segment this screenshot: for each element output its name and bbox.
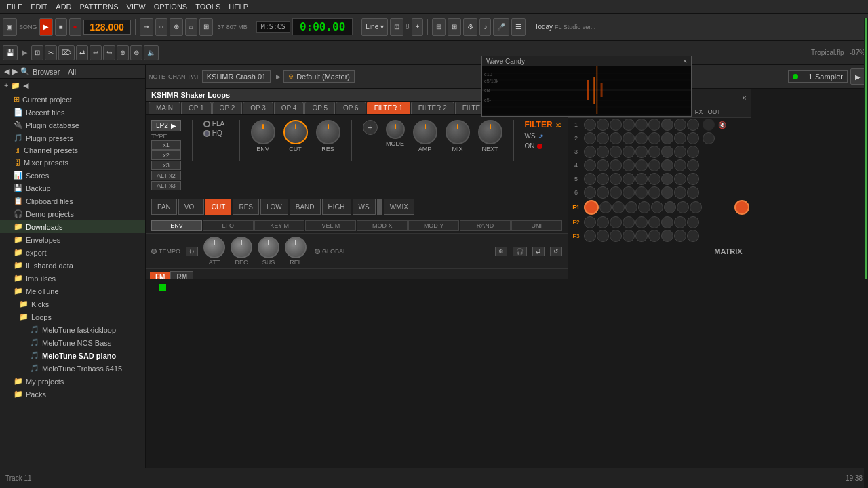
menu-file[interactable]: FILE: [3, 3, 26, 11]
cell-5-4[interactable]: [623, 173, 635, 185]
sampler-minus[interactable]: −: [801, 73, 805, 81]
mod-wmix[interactable]: WMIX: [384, 199, 414, 215]
sidebar-item-kicks[interactable]: 📁 Kicks: [11, 298, 145, 310]
menu-add[interactable]: ADD: [52, 3, 75, 11]
type-altx2[interactable]: ALT x2: [151, 171, 181, 180]
cell-2-fx[interactable]: [674, 132, 686, 144]
tb2-redo[interactable]: ↪: [103, 45, 115, 60]
cell-2-6[interactable]: [648, 132, 660, 144]
mod-vol[interactable]: VOL: [178, 199, 204, 215]
sidebar-item-current-project[interactable]: ⊞ Current project: [0, 93, 145, 106]
vol-knob-1[interactable]: [703, 119, 715, 131]
sus-knob[interactable]: [258, 237, 279, 258]
cell-6-fx[interactable]: [674, 186, 686, 199]
sidebar-item-envelopes[interactable]: 📁 Envelopes: [0, 233, 145, 246]
f1-cell-6[interactable]: [651, 201, 663, 214]
tab-op4[interactable]: OP 4: [274, 102, 304, 114]
f2-cell-out[interactable]: [687, 216, 699, 228]
tab-op1[interactable]: OP 1: [181, 102, 212, 114]
type-x2[interactable]: x2: [151, 150, 181, 160]
wave-candy-close[interactable]: ×: [683, 58, 687, 65]
env-knob[interactable]: [251, 120, 275, 144]
sidebar-item-recent-files[interactable]: 📄 Recent files: [0, 106, 145, 119]
sidebar-item-scores[interactable]: 📊 Scores: [0, 169, 145, 182]
cell-1-4[interactable]: [623, 119, 635, 131]
play-btn[interactable]: ▶: [39, 18, 53, 36]
mod-src-keym[interactable]: KEY M: [254, 220, 305, 231]
tb2-zoom-out[interactable]: ⊖: [130, 45, 142, 60]
add-mod-btn[interactable]: +: [363, 120, 378, 135]
tb2-copy[interactable]: ⇄: [76, 45, 88, 60]
stop-btn[interactable]: ■: [55, 18, 67, 36]
sidebar-folder-btn[interactable]: 📁: [11, 81, 20, 90]
f2-cell-fx[interactable]: [674, 216, 686, 228]
cell-3-fx[interactable]: [674, 146, 686, 158]
f3-cell-1[interactable]: [584, 230, 596, 242]
tempo-radio[interactable]: [151, 249, 157, 254]
f1-cell-5[interactable]: [638, 201, 650, 214]
menu-options[interactable]: OPTIONS: [150, 3, 192, 11]
tb-icon5[interactable]: ⊞: [199, 18, 213, 36]
tb-icon2[interactable]: ○: [155, 18, 167, 36]
menu-edit[interactable]: EDIT: [26, 3, 52, 11]
cell-6-1[interactable]: [584, 186, 596, 199]
cell-4-1[interactable]: [584, 159, 596, 171]
tab-filter2[interactable]: FILTER 2: [411, 102, 454, 114]
adsr-freeze-btn[interactable]: ❄: [495, 247, 507, 256]
menu-patterns[interactable]: PATTERNS: [76, 3, 123, 11]
tb-fx3[interactable]: ⚙: [463, 18, 477, 36]
tab-main[interactable]: MAIN: [149, 102, 180, 114]
type-altx3[interactable]: ALT x3: [151, 181, 181, 190]
nav-back[interactable]: ◀: [4, 67, 9, 76]
adsr-reset-btn[interactable]: ↺: [550, 247, 562, 256]
lp2-display[interactable]: LP2 ▶: [151, 120, 181, 131]
cell-6-2[interactable]: [597, 186, 609, 199]
tb2-cut[interactable]: ⌦: [58, 45, 75, 60]
f1-cell-fx[interactable]: [677, 201, 689, 214]
cell-5-1[interactable]: [584, 173, 596, 185]
cell-1-3[interactable]: [610, 119, 622, 131]
f3-cell-2[interactable]: [597, 230, 609, 242]
mod-pan[interactable]: PAN: [151, 199, 177, 215]
mod-src-velm[interactable]: VEL M: [305, 220, 356, 231]
cell-4-4[interactable]: [623, 159, 635, 171]
cell-1-2[interactable]: [597, 119, 609, 131]
res-knob[interactable]: [316, 120, 340, 144]
cell-1-5[interactable]: [635, 119, 648, 131]
cell-1-pan[interactable]: [661, 119, 673, 131]
mode-knob[interactable]: [386, 120, 405, 139]
rm-button[interactable]: RM: [170, 271, 193, 279]
sidebar-item-fastkick[interactable]: 🎵 MeloTune fastkickloop: [11, 323, 145, 336]
search-icon[interactable]: 🔍: [20, 67, 30, 76]
mod-src-env[interactable]: ENV: [151, 220, 202, 231]
f2-cell-5[interactable]: [635, 216, 648, 228]
f3-cell-5[interactable]: [635, 230, 648, 242]
cell-5-6[interactable]: [648, 173, 660, 185]
cell-5-fx[interactable]: [674, 173, 686, 185]
sidebar-item-impulses[interactable]: 📁 Impulses: [0, 272, 145, 285]
mod-low[interactable]: LOW: [260, 199, 288, 215]
tb-fx2[interactable]: ⊞: [448, 18, 461, 36]
menu-view[interactable]: VIEW: [123, 3, 150, 11]
tb2-undo[interactable]: ↩: [90, 45, 102, 60]
cell-5-3[interactable]: [610, 173, 622, 185]
tb2-magnet[interactable]: ✂: [45, 45, 57, 60]
tab-op3[interactable]: OP 3: [243, 102, 273, 114]
minimize-btn[interactable]: −: [735, 94, 739, 102]
cell-2-pan[interactable]: [661, 132, 673, 144]
tb-mixer-btn[interactable]: ☰: [511, 18, 526, 36]
sampler-expand-btn[interactable]: ▶: [850, 68, 865, 85]
cell-2-1[interactable]: [584, 132, 596, 144]
on-indicator[interactable]: [537, 144, 542, 149]
cell-1-6[interactable]: [648, 119, 660, 131]
cell-3-pan[interactable]: [661, 146, 673, 158]
cell-3-3[interactable]: [610, 146, 622, 158]
f1-cell-out[interactable]: [690, 201, 702, 214]
cell-3-5[interactable]: [635, 146, 648, 158]
record-btn[interactable]: ●: [69, 18, 81, 36]
sidebar-item-mixer-presets[interactable]: 🎛 Mixer presets: [0, 157, 145, 169]
sidebar-item-export[interactable]: 📁 export: [0, 246, 145, 259]
sidebar-item-clipboard-files[interactable]: 📋 Clipboard files: [0, 195, 145, 207]
cell-5-5[interactable]: [635, 173, 648, 185]
f3-cell-4[interactable]: [623, 230, 635, 242]
